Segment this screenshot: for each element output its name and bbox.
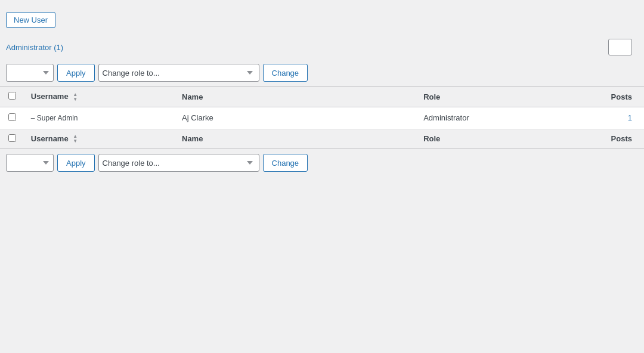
table-header-bottom: Username ▲▼ Name Role Posts [0, 129, 644, 149]
select-all-checkbox-bottom[interactable] [8, 134, 16, 142]
bulk-action-select-top[interactable]: Delete [6, 64, 54, 82]
change-button-top[interactable]: Change [263, 64, 308, 82]
username-super-admin-label: – Super Admin [31, 114, 78, 122]
change-role-select-bottom[interactable]: Change role to... Administrator Editor A… [98, 154, 259, 172]
bottom-toolbar: Delete Apply Change role to... Administr… [0, 149, 644, 176]
user-search-input[interactable] [608, 39, 632, 55]
role-cell: Administrator [417, 107, 568, 129]
row-checkbox-cell [0, 107, 25, 129]
col-header-role-top: Role [417, 87, 568, 107]
administrator-filter-link[interactable]: Administrator (1) [6, 43, 63, 52]
add-new-user-button[interactable]: New User [6, 12, 55, 28]
col-header-username-top[interactable]: Username ▲▼ [25, 87, 176, 107]
select-all-checkbox-top[interactable] [8, 92, 16, 100]
top-toolbar: Delete Apply Change role to... Administr… [0, 59, 644, 86]
table-row: – Super Admin Aj Clarke Administrator 1 [0, 107, 644, 129]
col-header-name-bottom: Name [176, 129, 417, 149]
table-header-top: Username ▲▼ Name Role Posts [0, 87, 644, 107]
posts-link[interactable]: 1 [628, 113, 632, 122]
bulk-action-select-bottom[interactable]: Delete [6, 154, 54, 172]
posts-cell: 1 [568, 107, 644, 129]
apply-button-bottom[interactable]: Apply [57, 154, 95, 172]
username-sort-arrows-bottom[interactable]: ▲▼ [73, 134, 78, 144]
name-cell: Aj Clarke [176, 107, 417, 129]
col-header-posts-bottom: Posts [568, 129, 644, 149]
change-role-select-top[interactable]: Change role to... Administrator Editor A… [98, 64, 259, 82]
col-header-name-top: Name [176, 87, 417, 107]
username-cell: – Super Admin [25, 107, 176, 129]
username-sort-arrows[interactable]: ▲▼ [73, 92, 78, 102]
col-header-username-bottom[interactable]: Username ▲▼ [25, 129, 176, 149]
col-header-posts-top: Posts [568, 87, 644, 107]
user-select-checkbox[interactable] [8, 113, 16, 121]
users-table: Username ▲▼ Name Role Posts – Super Admi… [0, 86, 644, 149]
apply-button-top[interactable]: Apply [57, 64, 95, 82]
col-header-role-bottom: Role [417, 129, 568, 149]
change-button-bottom[interactable]: Change [263, 154, 308, 172]
